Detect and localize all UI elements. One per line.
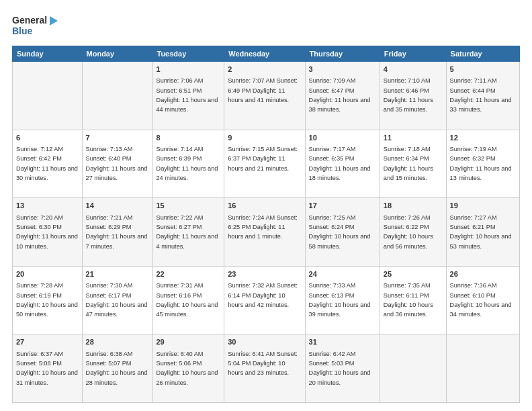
- day-number: 4: [384, 64, 443, 75]
- calendar-cell: 10Sunrise: 7:17 AM Sunset: 6:35 PM Dayli…: [305, 130, 380, 198]
- calendar-cell: 24Sunrise: 7:33 AM Sunset: 6:13 PM Dayli…: [305, 266, 380, 334]
- calendar-cell: 6Sunrise: 7:12 AM Sunset: 6:42 PM Daylig…: [13, 130, 83, 198]
- calendar-cell: 29Sunrise: 6:40 AM Sunset: 5:06 PM Dayli…: [152, 334, 224, 403]
- svg-marker-2: [50, 16, 58, 26]
- cell-content: Sunrise: 6:37 AM Sunset: 5:08 PM Dayligh…: [16, 351, 78, 386]
- day-number: 5: [450, 64, 516, 75]
- calendar-cell: 7Sunrise: 7:13 AM Sunset: 6:40 PM Daylig…: [82, 130, 152, 198]
- cell-content: Sunrise: 7:14 AM Sunset: 6:39 PM Dayligh…: [157, 146, 218, 181]
- week-row-3: 13Sunrise: 7:20 AM Sunset: 6:30 PM Dayli…: [13, 198, 520, 267]
- cell-content: Sunrise: 6:40 AM Sunset: 5:06 PM Dayligh…: [157, 351, 218, 386]
- calendar-cell: 12Sunrise: 7:19 AM Sunset: 6:32 PM Dayli…: [446, 130, 519, 198]
- cell-content: Sunrise: 7:12 AM Sunset: 6:42 PM Dayligh…: [16, 146, 78, 181]
- day-number: 8: [157, 133, 221, 143]
- calendar-cell: 19Sunrise: 7:27 AM Sunset: 6:21 PM Dayli…: [446, 198, 519, 267]
- day-number: 12: [450, 133, 516, 143]
- day-number: 27: [16, 337, 79, 347]
- cell-content: Sunrise: 7:09 AM Sunset: 6:47 PM Dayligh…: [309, 77, 371, 113]
- calendar-cell: 13Sunrise: 7:20 AM Sunset: 6:30 PM Dayli…: [13, 198, 83, 267]
- calendar-cell: [380, 334, 446, 403]
- day-number: 29: [157, 337, 221, 347]
- calendar-cell: 2Sunrise: 7:07 AM Sunset: 6:49 PM Daylig…: [224, 62, 305, 130]
- col-header-wednesday: Wednesday: [224, 46, 305, 62]
- calendar-cell: 3Sunrise: 7:09 AM Sunset: 6:47 PM Daylig…: [305, 62, 380, 130]
- week-row-4: 20Sunrise: 7:28 AM Sunset: 6:19 PM Dayli…: [13, 266, 520, 334]
- cell-content: Sunrise: 7:11 AM Sunset: 6:44 PM Dayligh…: [450, 77, 512, 113]
- calendar-cell: 28Sunrise: 6:38 AM Sunset: 5:07 PM Dayli…: [82, 334, 152, 403]
- cell-content: Sunrise: 7:30 AM Sunset: 6:17 PM Dayligh…: [86, 282, 148, 318]
- calendar-cell: 27Sunrise: 6:37 AM Sunset: 5:08 PM Dayli…: [13, 334, 83, 403]
- calendar-cell: 25Sunrise: 7:35 AM Sunset: 6:11 PM Dayli…: [380, 266, 446, 334]
- day-number: 16: [228, 201, 301, 211]
- cell-content: Sunrise: 7:21 AM Sunset: 6:29 PM Dayligh…: [86, 214, 148, 250]
- col-header-thursday: Thursday: [305, 46, 380, 62]
- cell-content: Sunrise: 7:17 AM Sunset: 6:35 PM Dayligh…: [309, 146, 371, 181]
- cell-content: Sunrise: 7:19 AM Sunset: 6:32 PM Dayligh…: [450, 146, 512, 181]
- cell-content: Sunrise: 7:24 AM Sunset: 6:25 PM Dayligh…: [228, 214, 298, 240]
- calendar-cell: 16Sunrise: 7:24 AM Sunset: 6:25 PM Dayli…: [224, 198, 305, 267]
- cell-content: Sunrise: 6:38 AM Sunset: 5:07 PM Dayligh…: [86, 351, 148, 386]
- cell-content: Sunrise: 7:20 AM Sunset: 6:30 PM Dayligh…: [16, 214, 78, 250]
- header: General Blue: [12, 12, 520, 39]
- day-number: 3: [309, 64, 376, 75]
- calendar-cell: 5Sunrise: 7:11 AM Sunset: 6:44 PM Daylig…: [446, 62, 519, 130]
- cell-content: Sunrise: 7:27 AM Sunset: 6:21 PM Dayligh…: [450, 214, 512, 250]
- day-number: 6: [16, 133, 79, 143]
- cell-content: Sunrise: 7:32 AM Sunset: 6:14 PM Dayligh…: [228, 282, 298, 308]
- svg-text:Blue: Blue: [12, 26, 33, 36]
- cell-content: Sunrise: 7:25 AM Sunset: 6:24 PM Dayligh…: [309, 214, 371, 250]
- calendar-cell: 14Sunrise: 7:21 AM Sunset: 6:29 PM Dayli…: [82, 198, 152, 267]
- day-number: 30: [228, 337, 301, 347]
- day-number: 1: [157, 64, 221, 75]
- col-header-sunday: Sunday: [13, 46, 83, 62]
- cell-content: Sunrise: 7:18 AM Sunset: 6:34 PM Dayligh…: [384, 146, 433, 181]
- calendar-cell: [82, 62, 152, 130]
- day-number: 13: [16, 201, 79, 211]
- day-number: 23: [228, 269, 301, 279]
- header-row: SundayMondayTuesdayWednesdayThursdayFrid…: [13, 46, 520, 62]
- calendar-table: SundayMondayTuesdayWednesdayThursdayFrid…: [12, 46, 520, 403]
- calendar-cell: 20Sunrise: 7:28 AM Sunset: 6:19 PM Dayli…: [13, 266, 83, 334]
- calendar-cell: 15Sunrise: 7:22 AM Sunset: 6:27 PM Dayli…: [152, 198, 224, 267]
- day-number: 19: [450, 201, 516, 211]
- cell-content: Sunrise: 7:33 AM Sunset: 6:13 PM Dayligh…: [309, 282, 371, 318]
- day-number: 22: [157, 269, 221, 279]
- calendar-cell: 31Sunrise: 6:42 AM Sunset: 5:03 PM Dayli…: [305, 334, 380, 403]
- calendar-cell: 4Sunrise: 7:10 AM Sunset: 6:46 PM Daylig…: [380, 62, 446, 130]
- day-number: 21: [86, 269, 149, 279]
- calendar-cell: [446, 334, 519, 403]
- cell-content: Sunrise: 7:28 AM Sunset: 6:19 PM Dayligh…: [16, 282, 78, 318]
- day-number: 17: [309, 201, 376, 211]
- calendar-cell: 22Sunrise: 7:31 AM Sunset: 6:16 PM Dayli…: [152, 266, 224, 334]
- cell-content: Sunrise: 6:42 AM Sunset: 5:03 PM Dayligh…: [309, 351, 371, 386]
- svg-text:General: General: [12, 15, 47, 26]
- day-number: 20: [16, 269, 79, 279]
- day-number: 31: [309, 337, 376, 347]
- day-number: 2: [228, 64, 301, 75]
- calendar-cell: 21Sunrise: 7:30 AM Sunset: 6:17 PM Dayli…: [82, 266, 152, 334]
- cell-content: Sunrise: 7:36 AM Sunset: 6:10 PM Dayligh…: [450, 282, 512, 318]
- calendar-cell: [13, 62, 83, 130]
- col-header-friday: Friday: [380, 46, 446, 62]
- day-number: 7: [86, 133, 149, 143]
- logo-svg: General Blue: [12, 12, 59, 39]
- cell-content: Sunrise: 7:07 AM Sunset: 6:49 PM Dayligh…: [228, 77, 298, 103]
- logo: General Blue: [12, 12, 59, 39]
- week-row-5: 27Sunrise: 6:37 AM Sunset: 5:08 PM Dayli…: [13, 334, 520, 403]
- cell-content: Sunrise: 6:41 AM Sunset: 5:04 PM Dayligh…: [228, 351, 298, 377]
- day-number: 14: [86, 201, 149, 211]
- calendar-cell: 17Sunrise: 7:25 AM Sunset: 6:24 PM Dayli…: [305, 198, 380, 267]
- calendar-cell: 30Sunrise: 6:41 AM Sunset: 5:04 PM Dayli…: [224, 334, 305, 403]
- day-number: 10: [309, 133, 376, 143]
- cell-content: Sunrise: 7:35 AM Sunset: 6:11 PM Dayligh…: [384, 282, 433, 318]
- cell-content: Sunrise: 7:31 AM Sunset: 6:16 PM Dayligh…: [157, 282, 218, 318]
- cell-content: Sunrise: 7:15 AM Sunset: 6:37 PM Dayligh…: [228, 146, 298, 172]
- calendar-cell: 23Sunrise: 7:32 AM Sunset: 6:14 PM Dayli…: [224, 266, 305, 334]
- cell-content: Sunrise: 7:10 AM Sunset: 6:46 PM Dayligh…: [384, 77, 433, 113]
- day-number: 9: [228, 133, 301, 143]
- day-number: 25: [384, 269, 443, 279]
- cell-content: Sunrise: 7:26 AM Sunset: 6:22 PM Dayligh…: [384, 214, 433, 250]
- cell-content: Sunrise: 7:13 AM Sunset: 6:40 PM Dayligh…: [86, 146, 148, 181]
- day-number: 15: [157, 201, 221, 211]
- week-row-2: 6Sunrise: 7:12 AM Sunset: 6:42 PM Daylig…: [13, 130, 520, 198]
